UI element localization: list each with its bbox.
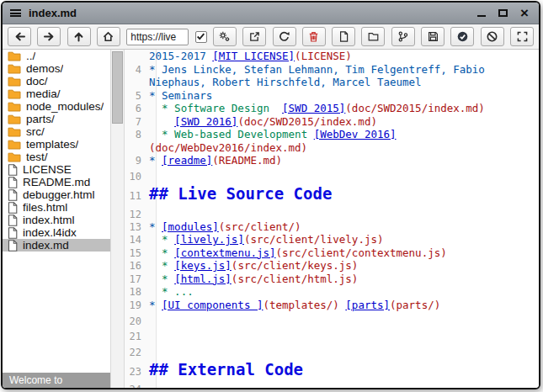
- up-button[interactable]: [67, 27, 91, 46]
- line-content: ## Live Source Code: [149, 183, 539, 204]
- reload-button[interactable]: [273, 27, 296, 46]
- folder-icon: [8, 151, 21, 162]
- editor-line[interactable]: 9* [readme](README.md): [125, 154, 539, 167]
- url-checkbox[interactable]: [195, 31, 207, 43]
- editor-line[interactable]: 16 * [keys.js](src/client/keys.js): [125, 259, 539, 273]
- editor-line[interactable]: 21: [125, 327, 539, 343]
- sidebar-file-item[interactable]: index.l4idx: [3, 226, 110, 239]
- sidebar-item-label: README.md: [23, 176, 90, 188]
- editor-line[interactable]: 14 * [lively.js](src/client/lively.js): [125, 233, 539, 246]
- back-button[interactable]: [8, 27, 31, 46]
- open-external-button[interactable]: [242, 27, 266, 46]
- sidebar-item-label: debugger.html: [23, 188, 95, 201]
- url-input[interactable]: [126, 29, 189, 45]
- sidebar-file-item[interactable]: debugger.html: [3, 188, 110, 201]
- sidebar-item-label: doc/: [26, 75, 48, 87]
- folder-icon: [8, 126, 21, 137]
- minimize-icon[interactable]: [477, 15, 486, 17]
- file-icon: [8, 164, 18, 176]
- line-number: 22: [125, 347, 149, 358]
- folder-icon: [8, 101, 21, 112]
- line-content: ## External Code: [149, 358, 539, 380]
- sidebar-folder-item[interactable]: templates/: [3, 138, 110, 151]
- sidebar-file-item[interactable]: index.html: [3, 214, 110, 226]
- line-content: [SWD 2016](doc/SWD2015/index.md): [149, 115, 539, 129]
- editor-line[interactable]: 4* Jens Lincke, Stefan Lehmann, Tim Felg…: [125, 63, 539, 89]
- line-number: 16: [125, 260, 149, 272]
- editor-line[interactable]: 8 * Web-based Development [WebDev 2016](…: [125, 128, 539, 154]
- line-number: 21: [125, 331, 149, 342]
- editor-line[interactable]: 18 * ...: [125, 285, 539, 299]
- editor-line[interactable]: 10: [125, 167, 539, 183]
- editor-line[interactable]: 22: [125, 342, 539, 358]
- sidebar-folder-item[interactable]: doc/: [3, 75, 110, 87]
- accept-button[interactable]: [450, 27, 474, 46]
- editor-line[interactable]: 15 * [contextmenu.js](src/client/context…: [125, 246, 539, 260]
- sidebar-file-item[interactable]: LICENSE: [3, 163, 110, 176]
- editor-line[interactable]: 11## Live Source Code: [125, 183, 539, 204]
- settings-button[interactable]: [213, 27, 237, 46]
- sidebar-item-label: index.html: [23, 214, 75, 226]
- save-button[interactable]: [421, 27, 445, 46]
- sidebar-scrollbar[interactable]: [110, 50, 125, 388]
- editor-line[interactable]: 23## External Code: [125, 358, 539, 380]
- line-number: 11: [125, 190, 149, 202]
- line-content: [149, 380, 539, 389]
- sidebar-file-item[interactable]: index.md: [3, 239, 110, 252]
- fullscreen-button[interactable]: [510, 27, 534, 46]
- line-number: 18: [125, 286, 149, 298]
- scrollbar-thumb[interactable]: [112, 51, 123, 124]
- editor-line[interactable]: 6 * Software Design [SWD 2015](doc/SWD20…: [125, 102, 539, 115]
- up-arrow-icon: [73, 31, 84, 42]
- new-file-button[interactable]: [332, 27, 355, 46]
- editor-line[interactable]: 5* Seminars: [125, 89, 539, 103]
- refresh-icon: [279, 31, 290, 42]
- sidebar-folder-item[interactable]: parts/: [3, 113, 110, 125]
- external-link-icon: [249, 31, 260, 42]
- hamburger-menu-icon[interactable]: [10, 9, 21, 17]
- sidebar-folder-item[interactable]: ../: [3, 50, 110, 62]
- home-button[interactable]: [97, 27, 120, 46]
- line-content: * [readme](README.md): [149, 154, 539, 167]
- sidebar-file-item[interactable]: files.html: [3, 201, 110, 214]
- maximize-icon[interactable]: [498, 9, 508, 17]
- editor-line[interactable]: 24: [125, 380, 539, 389]
- line-content: * ...: [149, 285, 539, 299]
- line-content: * Web-based Development [WebDev 2016](do…: [149, 128, 539, 154]
- toolbar: [3, 24, 539, 50]
- home-icon: [103, 31, 114, 42]
- editor-line[interactable]: 17 * [html.js](src/client/html.js): [125, 273, 539, 286]
- cancel-button[interactable]: [481, 27, 504, 46]
- sidebar-file-item[interactable]: README.md: [3, 176, 110, 188]
- folder-icon: [8, 76, 21, 87]
- line-number: 7: [125, 116, 149, 128]
- forward-button[interactable]: [37, 27, 61, 46]
- sidebar-folder-item[interactable]: test/: [3, 151, 110, 163]
- editor-line[interactable]: 13* [modules](src/client/): [125, 220, 539, 234]
- markdown-editor[interactable]: 2015-2017 [MIT LICENSE](LICENSE)4* Jens …: [125, 50, 539, 388]
- editor-lines: 2015-2017 [MIT LICENSE](LICENSE)4* Jens …: [125, 50, 539, 388]
- editor-line[interactable]: 20: [125, 311, 539, 327]
- git-branch-button[interactable]: [391, 27, 415, 46]
- editor-line[interactable]: 19* [UI components ](templates/) [parts]…: [125, 299, 539, 312]
- line-number: 17: [125, 273, 149, 285]
- close-icon[interactable]: ×: [520, 8, 529, 18]
- expand-icon: [517, 31, 528, 42]
- sidebar-folder-item[interactable]: demos/: [3, 62, 110, 75]
- sidebar-folder-item[interactable]: media/: [3, 87, 110, 100]
- editor-line[interactable]: 2015-2017 [MIT LICENSE](LICENSE): [125, 50, 539, 63]
- delete-button[interactable]: [302, 27, 326, 46]
- line-content: [149, 167, 539, 181]
- file-browser-sidebar: ../demos/doc/media/node_modules/parts/sr…: [3, 50, 110, 388]
- line-number: 23: [125, 366, 149, 378]
- editor-line[interactable]: 7 [SWD 2016](doc/SWD2015/index.md): [125, 115, 539, 129]
- line-number: 5: [125, 90, 149, 102]
- sidebar-file-list: ../demos/doc/media/node_modules/parts/sr…: [3, 50, 110, 252]
- sidebar-folder-item[interactable]: src/: [3, 125, 110, 138]
- sidebar-item-label: templates/: [26, 138, 78, 151]
- editor-line[interactable]: 12: [125, 204, 539, 220]
- title-bar: index.md ×: [3, 3, 539, 24]
- new-folder-button[interactable]: [361, 27, 385, 46]
- sidebar-folder-item[interactable]: node_modules/: [3, 100, 110, 113]
- folder-icon: [8, 114, 21, 124]
